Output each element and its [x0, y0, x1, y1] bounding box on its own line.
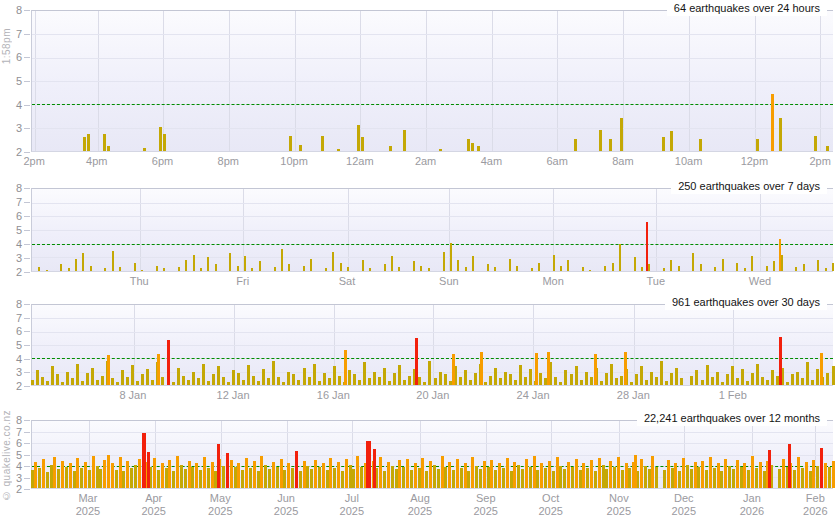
earthquake-bar[interactable] [182, 376, 185, 385]
earthquake-bar[interactable] [443, 252, 445, 271]
earthquake-bar[interactable] [484, 382, 487, 385]
earthquake-bar[interactable] [84, 462, 87, 488]
earthquake-bar[interactable] [41, 377, 44, 385]
earthquake-bar[interactable] [395, 469, 398, 488]
earthquake-bar[interactable] [630, 382, 633, 385]
earthquake-bar[interactable] [667, 460, 670, 488]
earthquake-bar[interactable] [705, 470, 708, 488]
earthquake-bar[interactable] [474, 373, 477, 385]
earthquake-bar[interactable] [180, 465, 183, 488]
earthquake-bar[interactable] [731, 366, 734, 385]
earthquake-bar[interactable] [291, 468, 294, 488]
earthquake-bar[interactable] [746, 381, 749, 385]
earthquake-bar[interactable] [706, 365, 709, 385]
earthquake-bar[interactable] [609, 461, 612, 488]
earthquake-bar[interactable] [502, 468, 505, 488]
earthquake-bar[interactable] [383, 368, 386, 385]
earthquake-bar[interactable] [674, 463, 677, 488]
earthquake-bar[interactable] [609, 139, 612, 151]
earthquake-bar[interactable] [136, 381, 139, 385]
earthquake-bar[interactable] [559, 382, 562, 385]
earthquake-bar[interactable] [529, 467, 532, 488]
earthquake-bar[interactable] [761, 377, 764, 385]
earthquake-bar[interactable] [714, 267, 716, 271]
earthquake-bar[interactable] [782, 459, 785, 488]
earthquake-bar[interactable] [471, 143, 474, 151]
earthquake-bar[interactable] [732, 469, 735, 488]
earthquake-bar[interactable] [403, 130, 406, 151]
earthquake-bar[interactable] [832, 263, 834, 271]
earthquake-bar[interactable] [260, 456, 263, 488]
earthquake-bar[interactable] [119, 267, 121, 271]
earthquake-bar[interactable] [217, 444, 220, 488]
earthquake-bar[interactable] [420, 266, 422, 271]
earthquake-bar[interactable] [617, 457, 620, 488]
earthquake-bar[interactable] [297, 380, 300, 385]
earthquake-bar[interactable] [141, 270, 143, 271]
earthquake-bar[interactable] [428, 268, 430, 271]
earthquake-bar[interactable] [111, 463, 114, 488]
earthquake-bar[interactable] [444, 467, 447, 488]
earthquake-bar[interactable] [96, 466, 99, 488]
earthquake-bar[interactable] [678, 471, 681, 488]
earthquake-bar[interactable] [494, 267, 496, 271]
earthquake-bar[interactable] [671, 468, 674, 488]
earthquake-bar[interactable] [779, 118, 782, 151]
earthquake-bar[interactable] [806, 362, 809, 385]
earthquake-bar[interactable] [832, 366, 835, 385]
earthquake-bar[interactable] [393, 373, 396, 385]
plot-area-24-hours[interactable] [31, 10, 833, 152]
earthquake-bar[interactable] [318, 381, 321, 385]
earthquake-bar[interactable] [245, 458, 248, 488]
earthquake-bar[interactable] [450, 243, 452, 271]
earthquake-bar[interactable] [817, 260, 819, 271]
earthquake-bar[interactable] [107, 146, 110, 151]
earthquake-bar[interactable] [655, 467, 658, 488]
earthquake-bar[interactable] [483, 461, 486, 488]
earthquake-bar[interactable] [134, 465, 137, 488]
earthquake-bar[interactable] [494, 368, 497, 385]
chart-7-days[interactable]: 8765432 ThuFriSatSunMonTueWed 250 earthq… [31, 188, 833, 272]
earthquake-bar[interactable] [766, 266, 768, 271]
earthquake-bar[interactable] [564, 370, 567, 385]
earthquake-bar[interactable] [143, 148, 146, 152]
earthquake-bar[interactable] [191, 467, 194, 488]
earthquake-bar[interactable] [598, 458, 601, 488]
earthquake-bar[interactable] [640, 366, 643, 385]
earthquake-bar[interactable] [333, 468, 336, 488]
earthquake-bar[interactable] [332, 252, 334, 271]
earthquake-bar[interactable] [165, 468, 168, 488]
earthquake-bar[interactable] [563, 469, 566, 488]
earthquake-bar[interactable] [130, 468, 133, 488]
earthquake-bar[interactable] [415, 338, 418, 385]
earthquake-bar[interactable] [575, 459, 578, 488]
earthquake-bar[interactable] [249, 468, 252, 488]
earthquake-bar[interactable] [274, 267, 276, 271]
earthquake-bar[interactable] [825, 268, 827, 271]
earthquake-bar[interactable] [494, 470, 497, 488]
earthquake-bar[interactable] [368, 378, 371, 385]
earthquake-bar[interactable] [168, 460, 171, 488]
earthquake-bar[interactable] [92, 456, 95, 488]
earthquake-bar[interactable] [313, 364, 316, 385]
earthquake-bar[interactable] [701, 380, 704, 385]
earthquake-bar[interactable] [200, 268, 202, 271]
earthquake-bar[interactable] [373, 449, 376, 488]
earthquake-bar[interactable] [459, 377, 462, 385]
earthquake-bar[interactable] [701, 461, 704, 488]
earthquake-bar[interactable] [554, 377, 557, 385]
earthquake-bar[interactable] [347, 267, 349, 271]
earthquake-bar[interactable] [232, 370, 235, 385]
earthquake-bar[interactable] [83, 137, 86, 151]
earthquake-bar[interactable] [103, 134, 106, 152]
earthquake-bar[interactable] [423, 382, 426, 385]
earthquake-bar[interactable] [490, 460, 493, 488]
chart-24-hours[interactable]: 8765432 2pm4pm6pm8pm10pm12am2am4am6am8am… [31, 10, 833, 152]
earthquake-bar[interactable] [257, 471, 260, 488]
earthquake-bar[interactable] [107, 355, 110, 385]
earthquake-bar[interactable] [525, 459, 528, 488]
earthquake-bar[interactable] [121, 370, 124, 385]
earthquake-bar[interactable] [556, 457, 559, 488]
earthquake-bar[interactable] [421, 458, 424, 488]
earthquake-bar[interactable] [628, 468, 631, 488]
